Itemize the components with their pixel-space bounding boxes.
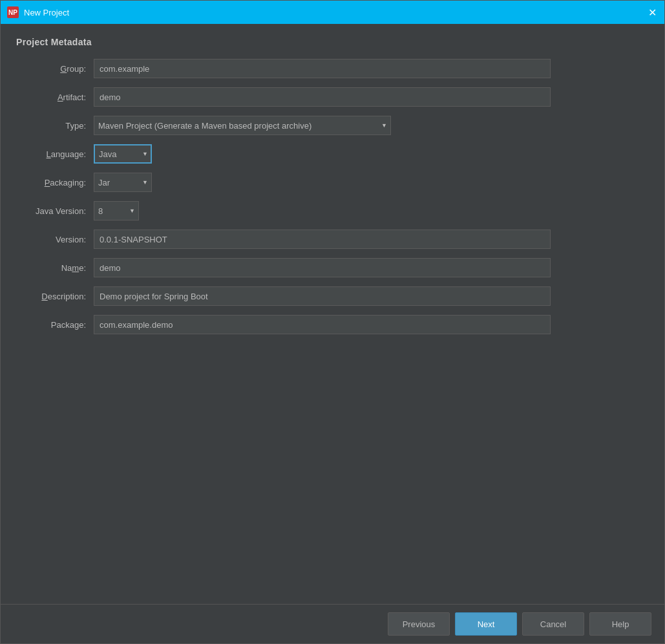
name-row: Name: — [16, 258, 649, 277]
name-label: Name: — [16, 263, 94, 273]
help-button[interactable]: Help — [589, 612, 651, 636]
java-version-row: Java Version: 8 11 17 — [16, 201, 649, 220]
description-label: Description: — [16, 292, 94, 301]
dialog-footer: Previous Next Cancel Help — [1, 604, 664, 643]
name-input[interactable] — [94, 258, 551, 277]
language-label: Language: — [16, 149, 94, 159]
package-row: Package: — [16, 315, 649, 334]
package-label: Package: — [16, 320, 94, 330]
artifact-input[interactable] — [94, 87, 551, 107]
packaging-select-wrapper: Jar War — [94, 173, 152, 192]
packaging-label: Packaging: — [16, 178, 94, 188]
language-row: Language: Java Kotlin Groovy — [16, 144, 649, 164]
title-bar: NP New Project ✕ — [1, 1, 664, 24]
version-input[interactable] — [94, 230, 551, 249]
cancel-button[interactable]: Cancel — [522, 612, 584, 636]
language-select-wrapper: Java Kotlin Groovy — [94, 144, 152, 164]
previous-button[interactable]: Previous — [388, 612, 450, 636]
dialog-content: Project Metadata Group: Artifact: Type: … — [1, 24, 664, 604]
version-label: Version: — [16, 235, 94, 244]
java-version-label: Java Version: — [16, 206, 94, 216]
packaging-select[interactable]: Jar War — [94, 173, 152, 192]
package-input[interactable] — [94, 315, 551, 334]
group-row: Group: — [16, 59, 649, 78]
description-row: Description: — [16, 286, 649, 306]
close-button[interactable]: ✕ — [645, 5, 659, 19]
type-row: Type: Maven Project (Generate a Maven ba… — [16, 116, 649, 135]
group-input[interactable] — [94, 59, 551, 78]
dialog-title: New Project — [24, 8, 69, 17]
artifact-row: Artifact: — [16, 87, 649, 107]
artifact-label: Artifact: — [16, 92, 94, 102]
java-version-select[interactable]: 8 11 17 — [94, 201, 139, 220]
type-label: Type: — [16, 121, 94, 131]
section-title: Project Metadata — [16, 37, 649, 47]
type-select[interactable]: Maven Project (Generate a Maven based pr… — [94, 116, 391, 135]
type-select-wrapper: Maven Project (Generate a Maven based pr… — [94, 116, 391, 135]
new-project-dialog: NP New Project ✕ Project Metadata Group:… — [0, 0, 665, 644]
packaging-row: Packaging: Jar War — [16, 173, 649, 192]
version-row: Version: — [16, 230, 649, 249]
language-select[interactable]: Java Kotlin Groovy — [94, 144, 152, 164]
app-icon: NP — [7, 6, 19, 18]
group-label: Group: — [16, 64, 94, 74]
java-version-select-wrapper: 8 11 17 — [94, 201, 139, 220]
title-bar-left: NP New Project — [7, 6, 69, 18]
description-input[interactable] — [94, 286, 551, 306]
next-button[interactable]: Next — [455, 612, 517, 636]
